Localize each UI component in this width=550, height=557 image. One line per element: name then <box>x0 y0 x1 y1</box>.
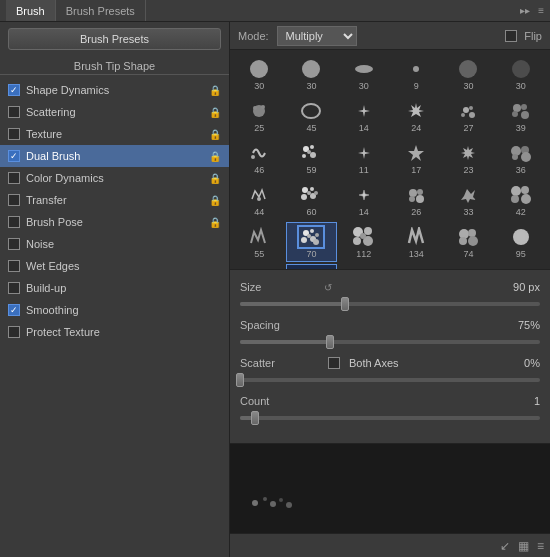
brush-cell-selected[interactable]: 70 <box>286 222 336 262</box>
scatter-slider-container <box>240 378 540 382</box>
brush-cell[interactable]: 30 <box>286 54 336 94</box>
brush-item-color-dynamics[interactable]: Color Dynamics 🔒 <box>0 167 229 189</box>
brush-cell[interactable]: 25 <box>234 96 284 136</box>
svg-point-75 <box>252 500 258 506</box>
brush-size-label: 30 <box>463 81 473 91</box>
brush-item-smoothing[interactable]: Smoothing <box>0 299 229 321</box>
brush-cell[interactable]: 36 <box>496 138 546 178</box>
checkbox-wet-edges[interactable] <box>8 260 20 272</box>
mode-select[interactable]: Multiply Normal Dissolve Screen Overlay <box>277 26 357 46</box>
brush-cell[interactable]: 30 <box>496 54 546 94</box>
brush-cell[interactable]: 44 <box>234 180 284 220</box>
preview-dots <box>245 491 305 513</box>
checkbox-shape-dynamics[interactable] <box>8 84 20 96</box>
brush-size-label: 23 <box>463 165 473 175</box>
tab-brush[interactable]: Brush <box>6 0 56 21</box>
svg-point-2 <box>261 105 265 109</box>
scatter-slider-track[interactable] <box>240 378 540 382</box>
brush-size-label: 44 <box>254 207 264 217</box>
svg-point-20 <box>512 154 518 160</box>
brush-cell[interactable]: 30 <box>443 54 493 94</box>
toolbar-icon-grid[interactable]: ▦ <box>518 539 529 553</box>
panel-options-icon[interactable]: ≡ <box>538 5 544 16</box>
toolbar-icon-arrow[interactable]: ↙ <box>500 539 510 553</box>
brush-cell[interactable]: 30 <box>339 54 389 94</box>
svg-point-51 <box>459 237 467 245</box>
checkbox-transfer[interactable] <box>8 194 20 206</box>
toolbar-icon-menu[interactable]: ≡ <box>537 539 544 553</box>
flip-checkbox[interactable] <box>505 30 517 42</box>
svg-point-27 <box>307 191 311 195</box>
brush-cell[interactable]: 134 <box>391 222 441 262</box>
count-control-row: Count 1 <box>240 390 540 412</box>
brush-cell[interactable]: 14 <box>339 96 389 136</box>
scatter-slider-thumb[interactable] <box>236 373 244 387</box>
brush-cell[interactable]: 30 <box>234 54 284 94</box>
brush-cell[interactable]: 33 <box>443 180 493 220</box>
brush-cell[interactable]: 39 <box>496 96 546 136</box>
size-slider-track[interactable] <box>240 302 540 306</box>
checkbox-texture[interactable] <box>8 128 20 140</box>
brush-cell[interactable]: 60 <box>286 180 336 220</box>
svg-point-17 <box>307 150 311 154</box>
brush-cell[interactable]: 42 <box>496 180 546 220</box>
brush-cell[interactable]: 9 <box>391 54 441 94</box>
svg-point-48 <box>360 233 366 239</box>
brush-presets-button[interactable]: Brush Presets <box>8 28 221 50</box>
brush-cell[interactable]: 59 <box>286 138 336 178</box>
both-axes-checkbox[interactable] <box>328 357 340 369</box>
svg-point-8 <box>513 104 521 112</box>
brush-cell[interactable]: 45 <box>286 96 336 136</box>
brush-item-noise[interactable]: Noise <box>0 233 229 255</box>
brush-item-brush-pose[interactable]: Brush Pose 🔒 <box>0 211 229 233</box>
brush-cell[interactable]: 11 <box>339 138 389 178</box>
brush-grid[interactable]: 30 30 30 9 30 <box>230 50 550 270</box>
brush-item-wet-edges[interactable]: Wet Edges <box>0 255 229 277</box>
tab-icons: ▸▸ ≡ <box>520 5 544 16</box>
spacing-slider-thumb[interactable] <box>326 335 334 349</box>
brush-cell[interactable]: 14 <box>339 180 389 220</box>
checkbox-scattering[interactable] <box>8 106 20 118</box>
brush-item-transfer[interactable]: Transfer 🔒 <box>0 189 229 211</box>
brush-item-buildup[interactable]: Build-up <box>0 277 229 299</box>
spacing-slider-track[interactable] <box>240 340 540 344</box>
brush-cell[interactable]: 46 <box>234 138 284 178</box>
brush-cell[interactable]: 74 <box>443 222 493 262</box>
checkbox-color-dynamics[interactable] <box>8 172 20 184</box>
checkbox-smoothing[interactable] <box>8 304 20 316</box>
brush-item-texture[interactable]: Texture 🔒 <box>0 123 229 145</box>
brush-item-scattering[interactable]: Scattering 🔒 <box>0 101 229 123</box>
brush-cell[interactable]: 23 <box>443 138 493 178</box>
brush-cell[interactable]: 27 <box>443 96 493 136</box>
checkbox-dual-brush[interactable] <box>8 150 20 162</box>
brush-cell[interactable]: 55 <box>234 222 284 262</box>
label-scattering: Scattering <box>26 106 209 118</box>
size-reset-icon[interactable]: ↺ <box>324 282 332 293</box>
brush-cell[interactable]: 24 <box>391 96 441 136</box>
brush-cell[interactable]: 26 <box>391 180 441 220</box>
brush-size-label: 74 <box>463 249 473 259</box>
count-slider-track[interactable] <box>240 416 540 420</box>
lock-icon-transfer: 🔒 <box>209 195 221 206</box>
brush-item-shape-dynamics[interactable]: Shape Dynamics 🔒 <box>0 79 229 101</box>
checkbox-noise[interactable] <box>8 238 20 250</box>
tab-brush-presets[interactable]: Brush Presets <box>56 0 146 21</box>
brush-item-protect-texture[interactable]: Protect Texture <box>0 321 229 343</box>
panel-menu-icon[interactable]: ▸▸ <box>520 5 530 16</box>
checkbox-protect-texture[interactable] <box>8 326 20 338</box>
count-slider-thumb[interactable] <box>251 411 259 425</box>
brush-size-label: 9 <box>414 81 419 91</box>
size-slider-thumb[interactable] <box>341 297 349 311</box>
brush-cell[interactable]: 17 <box>391 138 441 178</box>
brush-size-label: 24 <box>411 123 421 133</box>
brush-item-dual-brush[interactable]: Dual Brush 🔒 <box>0 145 229 167</box>
svg-point-35 <box>511 195 519 203</box>
brush-cell[interactable]: 95 <box>496 222 546 262</box>
svg-point-23 <box>302 187 308 193</box>
brush-cell[interactable]: 112 <box>339 222 389 262</box>
label-transfer: Transfer <box>26 194 209 206</box>
section-title: Brush Tip Shape <box>0 56 229 75</box>
svg-point-31 <box>409 196 415 202</box>
checkbox-brush-pose[interactable] <box>8 216 20 228</box>
checkbox-buildup[interactable] <box>8 282 20 294</box>
